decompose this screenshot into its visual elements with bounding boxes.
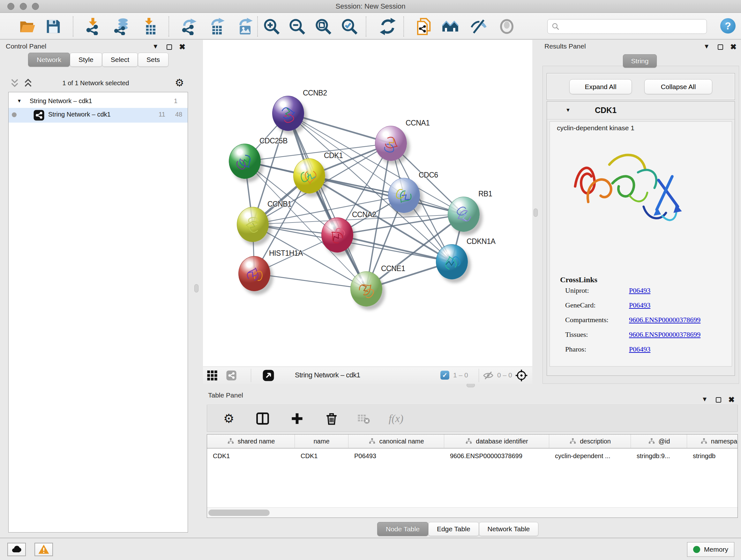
tab-edge-table[interactable]: Edge Table bbox=[428, 522, 479, 536]
collapse-panel-icon[interactable]: ▼ bbox=[152, 43, 158, 50]
import-table-button[interactable] bbox=[140, 17, 159, 36]
help-button[interactable]: ? bbox=[720, 18, 736, 34]
grid-view-button[interactable] bbox=[207, 370, 218, 382]
column-header-namespace[interactable]: namespace bbox=[687, 435, 738, 448]
open-session-button[interactable] bbox=[18, 17, 37, 36]
node-RB1[interactable] bbox=[448, 197, 480, 232]
right-splitter-handle[interactable] bbox=[534, 208, 538, 217]
network-collection-row[interactable]: ▼ String Network – cdk1 1 bbox=[9, 95, 188, 108]
cell-namespace[interactable]: stringdb bbox=[687, 449, 738, 462]
close-panel-icon[interactable]: ✖ bbox=[730, 43, 737, 51]
tab-network[interactable]: Network bbox=[28, 53, 70, 67]
tab-select[interactable]: Select bbox=[102, 53, 138, 67]
float-panel-icon[interactable] bbox=[166, 44, 172, 50]
search-input[interactable] bbox=[562, 20, 706, 33]
expand-all-button[interactable]: Expand All bbox=[569, 79, 632, 94]
tab-node-table[interactable]: Node Table bbox=[377, 522, 428, 536]
edge-CCNA2-CDKN1A[interactable] bbox=[337, 235, 452, 262]
cloud-status-button[interactable] bbox=[7, 543, 26, 556]
import-string-network-button[interactable] bbox=[414, 17, 433, 36]
left-splitter-handle[interactable] bbox=[194, 284, 199, 293]
refresh-button[interactable] bbox=[379, 17, 397, 36]
export-table-button[interactable] bbox=[207, 17, 226, 36]
tab-string[interactable]: String bbox=[623, 54, 657, 68]
column-header-at-id[interactable]: @id bbox=[631, 435, 687, 448]
edge-CDK1-RB1[interactable] bbox=[309, 176, 464, 214]
crosslink-link[interactable]: P06493 bbox=[629, 287, 650, 295]
cell-database-identifier[interactable]: 9606.ENSP00000378699 bbox=[444, 449, 549, 462]
cell-canonical-name[interactable]: P06493 bbox=[348, 449, 444, 462]
node-CCNB2[interactable] bbox=[272, 96, 304, 131]
column-header-database-identifier[interactable]: database identifier bbox=[444, 435, 549, 448]
tab-style[interactable]: Style bbox=[70, 53, 102, 67]
export-image-button[interactable] bbox=[235, 17, 254, 36]
left-splitter[interactable] bbox=[190, 40, 203, 538]
tab-sets[interactable]: Sets bbox=[138, 53, 169, 67]
selected-nodes-checkbox[interactable]: ✓ bbox=[441, 371, 449, 380]
cell-description[interactable]: cyclin-dependent ... bbox=[549, 449, 631, 462]
create-column-button[interactable] bbox=[289, 410, 306, 427]
network-row-selected[interactable]: String Network – cdk1 11 48 bbox=[9, 108, 188, 123]
search-field[interactable] bbox=[547, 19, 707, 34]
zoom-in-button[interactable] bbox=[262, 17, 281, 36]
node-CCNE1[interactable] bbox=[350, 271, 382, 307]
scrollbar-thumb[interactable] bbox=[208, 509, 270, 516]
column-header-name[interactable]: name bbox=[295, 435, 348, 448]
collapse-all-icon[interactable] bbox=[10, 78, 20, 88]
node-HIST1H1A[interactable] bbox=[239, 256, 270, 291]
column-header-description[interactable]: description bbox=[549, 435, 631, 448]
node-CDKN1A[interactable] bbox=[436, 244, 468, 279]
tree-expand-icon[interactable]: ▼ bbox=[17, 98, 22, 104]
birds-eye-view-button[interactable] bbox=[262, 369, 274, 383]
import-network-from-database-button[interactable] bbox=[112, 17, 131, 36]
zoom-out-button[interactable] bbox=[288, 17, 307, 36]
collapse-panel-icon[interactable]: ▼ bbox=[701, 396, 708, 402]
collapse-all-button[interactable]: Collapse All bbox=[644, 79, 712, 94]
collapse-panel-icon[interactable]: ▼ bbox=[703, 43, 710, 50]
save-session-button[interactable] bbox=[44, 17, 63, 36]
bottom-splitter[interactable] bbox=[203, 384, 741, 388]
close-panel-icon[interactable]: ✖ bbox=[179, 43, 185, 51]
node-CDC25B[interactable] bbox=[229, 144, 261, 179]
network-canvas[interactable]: CCNB2CCNA1CDC25BCDK1CDC6RB1CCNB1CCNA2CDK… bbox=[203, 40, 532, 367]
hide-glass-button[interactable] bbox=[469, 17, 488, 36]
export-network-button[interactable] bbox=[179, 17, 198, 36]
crosslink-link[interactable]: P06493 bbox=[629, 301, 650, 309]
node-CDC6[interactable] bbox=[388, 178, 420, 213]
node-CCNA1[interactable] bbox=[375, 126, 407, 161]
memory-button[interactable]: Memory bbox=[687, 542, 734, 557]
collapse-entry-icon[interactable]: ▼ bbox=[565, 107, 570, 113]
crosslink-link[interactable]: 9606.ENSP00000378699 bbox=[629, 330, 700, 339]
float-panel-icon[interactable] bbox=[718, 44, 723, 50]
cell-shared-name[interactable]: CDK1 bbox=[207, 449, 295, 462]
crosslink-link[interactable]: P06493 bbox=[629, 345, 650, 354]
node-details-header[interactable]: ▼ CDK1 bbox=[547, 102, 735, 119]
node-CDK1[interactable] bbox=[293, 159, 325, 193]
cell-at-id[interactable]: stringdb:9... bbox=[631, 449, 687, 462]
tab-network-table[interactable]: Network Table bbox=[479, 522, 539, 536]
crosshair-icon[interactable] bbox=[515, 369, 528, 382]
table-row[interactable]: CDK1CDK1P064939606.ENSP00000378699cyclin… bbox=[207, 449, 738, 462]
float-panel-icon[interactable] bbox=[716, 397, 721, 402]
import-network-button[interactable] bbox=[84, 17, 102, 36]
warnings-button[interactable] bbox=[35, 543, 53, 556]
network-options-gear-icon[interactable]: ⚙ bbox=[175, 78, 184, 88]
string-home-button[interactable] bbox=[441, 17, 460, 36]
network-view-mode-button[interactable] bbox=[226, 370, 237, 382]
close-panel-icon[interactable]: ✖ bbox=[728, 396, 735, 403]
zoom-selected-button[interactable] bbox=[340, 17, 359, 36]
column-header-shared-name[interactable]: shared name bbox=[207, 435, 295, 448]
table-horizontal-scrollbar[interactable] bbox=[207, 507, 738, 517]
delete-column-button[interactable] bbox=[323, 410, 340, 427]
show-columns-button[interactable] bbox=[254, 410, 271, 427]
column-header-canonical-name[interactable]: canonical name bbox=[348, 435, 444, 448]
right-splitter[interactable] bbox=[532, 40, 539, 384]
edge-CCNE1-HIST1H1A[interactable] bbox=[254, 273, 366, 289]
node-CCNA2[interactable] bbox=[321, 217, 353, 253]
cell-name[interactable]: CDK1 bbox=[295, 449, 348, 462]
crosslink-link[interactable]: 9606.ENSP00000378699 bbox=[629, 316, 700, 324]
edge-CCNB2-CCNE1[interactable] bbox=[288, 113, 366, 289]
node-CCNB1[interactable] bbox=[237, 207, 269, 242]
zoom-fit-button[interactable] bbox=[314, 17, 333, 36]
table-settings-button[interactable]: ⚙ bbox=[220, 410, 237, 427]
